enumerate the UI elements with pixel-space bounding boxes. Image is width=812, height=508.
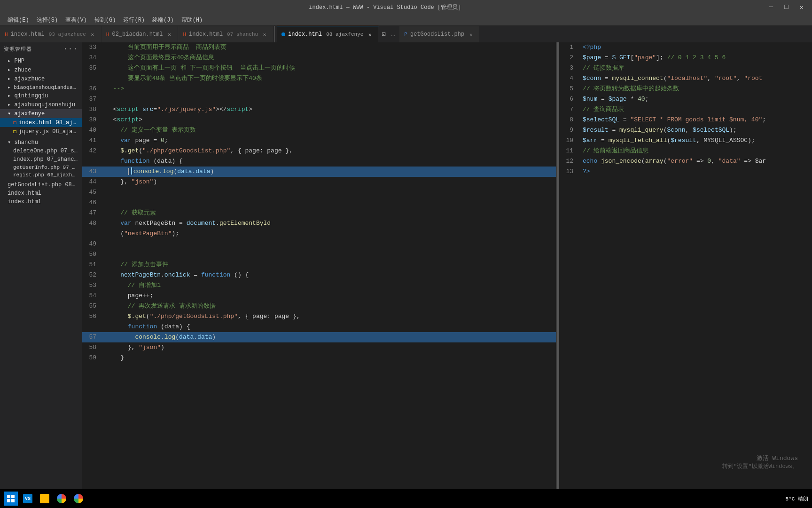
table-row: 12 echo json_encode(array("error" => 0, …: [559, 156, 812, 167]
sidebar-file-deleteone[interactable]: deleteOne.php 07_shanchu: [0, 147, 82, 155]
table-row: 38 <script src="./js/jquery.js"></script…: [82, 104, 556, 115]
table-row: function (data) {: [82, 322, 556, 332]
sidebar-item-shanchu[interactable]: ▾ shanchu: [0, 138, 82, 147]
table-row: 40 // 定义一个变量 表示页数: [82, 125, 556, 135]
sidebar-item-biaoqian[interactable]: ▸ biaoqianshouqianduanshuju: [0, 83, 82, 91]
sidebar-header: 资源管理器 ···: [0, 42, 82, 56]
table-row: 4 $conn = mysqli_connect("localhost", "r…: [559, 73, 812, 84]
close-btn[interactable]: ✕: [796, 3, 807, 11]
menu-bar: 编辑(E) 选择(S) 查看(V) 转到(G) 运行(R) 终端(J) 帮助(H…: [0, 14, 812, 26]
taskbar-time: 5°C 晴朗: [786, 495, 808, 502]
menu-view[interactable]: 查看(V): [62, 14, 91, 25]
split-icon[interactable]: ⊡: [379, 30, 388, 39]
table-row: ("nextPageBtn");: [82, 229, 556, 239]
tab-icon: H: [106, 32, 109, 37]
sidebar-file-regist[interactable]: regist.php 06_ajaxhuoqujsonshuju: [0, 171, 82, 179]
menu-help[interactable]: 帮助(H): [178, 14, 207, 25]
table-row: 54 page++;: [82, 291, 556, 301]
sidebar-item-qintingqiu[interactable]: ▸ qintingqiu: [0, 91, 82, 100]
tab-index-ajaxfenye[interactable]: index.html 08_ajaxfenye ✕: [277, 26, 379, 42]
table-row: 9 $result = mysqli_query($conn, $selectS…: [559, 125, 812, 135]
title-bar-title: index.html — WWW - Visual Studio Code [管…: [5, 3, 765, 11]
tab-index-ajaxzhuce[interactable]: H index.html 03_ajaxzhuce ✕: [0, 26, 102, 42]
vscode-taskbar-btn[interactable]: VS: [21, 492, 35, 506]
taskbar-start-area: VS: [4, 492, 86, 506]
file-icon: ◻: [13, 119, 16, 126]
sidebar-file-getgoodslist[interactable]: getGoodsList.php 08_ajaxfenye...: [0, 181, 82, 189]
more-tabs-icon[interactable]: …: [388, 30, 398, 39]
sidebar-section-folders: ▸ PHP ▸ zhuce ▸ ajaxzhuce ▸ biaoqianshou…: [0, 56, 82, 137]
tab-index-shanchu[interactable]: H index.html 07_shanchu ✕: [178, 26, 273, 42]
start-button[interactable]: [4, 492, 18, 506]
sidebar-menu-btn[interactable]: ···: [63, 45, 78, 53]
table-row: 33 当前页面用于显示商品 商品列表页: [82, 42, 556, 53]
menu-terminal[interactable]: 终端(J): [148, 14, 178, 25]
table-row: 6 $num = $page * 40;: [559, 94, 812, 104]
minimize-btn[interactable]: ─: [765, 3, 777, 11]
main-layout: 资源管理器 ··· ▸ PHP ▸ zhuce ▸ ajaxzhuce ▸ bi…: [0, 42, 812, 496]
table-row: 50: [82, 249, 556, 260]
svg-rect-0: [7, 495, 10, 498]
sidebar-file-jquery[interactable]: ◻jquery.js 08_ajaxfenye.js: [0, 127, 82, 136]
table-row: 11 // 给前端返回商品信息: [559, 146, 812, 156]
table-row: 41 var page = 0;: [82, 135, 556, 146]
tab-bar: H index.html 03_ajaxzhuce ✕ H 02_biaodan…: [0, 26, 812, 42]
taskbar: VS 5°C 晴朗: [0, 489, 812, 508]
right-editor-pane[interactable]: 1 <?php 2 $page = $_GET["page"]; // 0 1 …: [558, 42, 812, 496]
tab-close-btn[interactable]: ✕: [89, 31, 96, 38]
sidebar-file-index[interactable]: ◻index.html 08_ajaxfenye: [0, 118, 82, 127]
sidebar-item-zhuce[interactable]: ▸ zhuce: [0, 65, 82, 74]
tab-close-btn[interactable]: ✕: [366, 31, 374, 38]
table-row: 3 // 链接数据库: [559, 63, 812, 73]
tab-icon: H: [5, 32, 8, 37]
table-row: 39 <script>: [82, 115, 556, 125]
table-row: 47 // 获取元素: [82, 208, 556, 218]
sidebar-item-ajaxzhuce[interactable]: ▸ ajaxzhuce: [0, 74, 82, 83]
fileexplorer-taskbar-btn[interactable]: [38, 492, 52, 506]
tab-close-btn[interactable]: ✕: [467, 31, 475, 38]
tab-icon: P: [404, 32, 407, 37]
chrome1-taskbar-btn[interactable]: [55, 492, 69, 506]
code-table-right: 1 <?php 2 $page = $_GET["page"]; // 0 1 …: [559, 42, 812, 177]
table-row: 51 // 添加点击事件: [82, 260, 556, 270]
table-row: 49: [82, 239, 556, 249]
svg-rect-1: [11, 495, 15, 498]
sidebar-title: 资源管理器: [4, 46, 32, 53]
table-row: 45: [82, 187, 556, 198]
code-table-left: 33 当前页面用于显示商品 商品列表页 34 这个页面最终显示40条商品信息 3…: [82, 42, 556, 363]
table-row: 46: [82, 198, 556, 208]
left-editor-pane[interactable]: 33 当前页面用于显示商品 商品列表页 34 这个页面最终显示40条商品信息 3…: [82, 42, 556, 496]
svg-rect-3: [11, 499, 15, 502]
menu-goto[interactable]: 转到(G): [91, 14, 120, 25]
table-row: 43 ┃console.log(data.data): [82, 167, 556, 177]
sidebar-file-indexhtml1[interactable]: index.html: [0, 189, 82, 198]
tab-getgoodslist[interactable]: P getGoodsList.php ✕: [399, 26, 480, 42]
table-row: 36 -->: [82, 84, 556, 94]
maximize-btn[interactable]: □: [781, 3, 792, 11]
tab-close-btn[interactable]: ✕: [261, 31, 268, 38]
sidebar-item-ajaxhuoqu[interactable]: ▸ ajaxhuoqujsonshuju: [0, 100, 82, 109]
sidebar-item-ajaxfenye[interactable]: ▾ ajaxfenye: [0, 109, 82, 118]
sidebar-file-indexhtml2[interactable]: index.html: [0, 198, 82, 206]
table-row: 42 $.get("./php/getGoodsList.php", { pag…: [82, 146, 556, 156]
menu-edit[interactable]: 编辑(E): [4, 14, 33, 25]
table-row: 48 var nextPageBtn = document.getElement…: [82, 218, 556, 229]
table-row: 13 ?>: [559, 167, 812, 177]
sidebar-item-php[interactable]: ▸ PHP: [0, 56, 82, 65]
taskbar-right: 5°C 晴朗: [786, 495, 808, 502]
tab-biaodan[interactable]: H 02_biaodan.html ✕: [102, 26, 179, 42]
chrome2-taskbar-btn[interactable]: [71, 492, 86, 506]
menu-run[interactable]: 运行(R): [119, 14, 148, 25]
tab-close-btn[interactable]: ✕: [165, 31, 173, 38]
sidebar-section-shanchu: ▾ shanchu deleteOne.php 07_shanchu index…: [0, 137, 82, 180]
table-row: 8 $selectSQL = "SELECT * FROM goods limi…: [559, 115, 812, 125]
sidebar: 资源管理器 ··· ▸ PHP ▸ zhuce ▸ ajaxzhuce ▸ bi…: [0, 42, 82, 496]
table-row: 58 }, "json"): [82, 342, 556, 353]
table-row: 52 nextPageBtn.onclick = function () {: [82, 270, 556, 280]
sidebar-file-indexphp[interactable]: index.php 07_shanchu: [0, 155, 82, 164]
menu-select[interactable]: 选择(S): [33, 14, 62, 25]
table-row: 53 // 自增加1: [82, 280, 556, 291]
file-icon: ◻: [13, 128, 16, 135]
sidebar-file-getuserinfo[interactable]: getUserInfo.php 07_sha...: [0, 164, 82, 171]
tab-dot: [281, 32, 285, 36]
